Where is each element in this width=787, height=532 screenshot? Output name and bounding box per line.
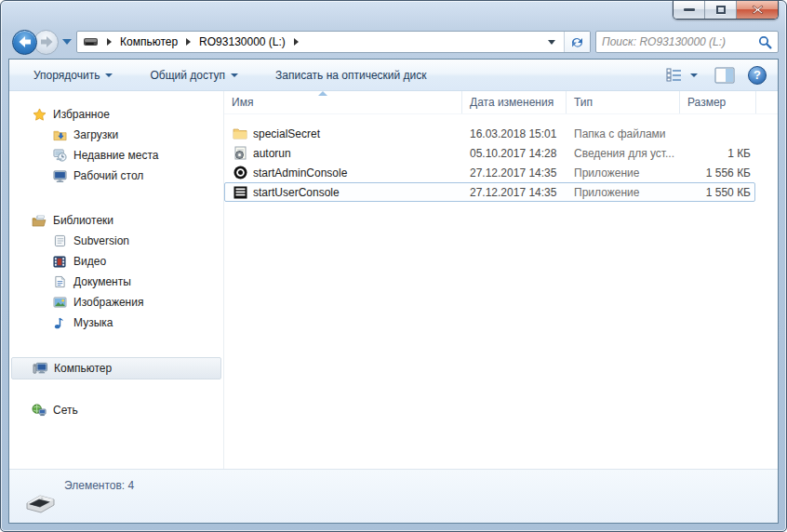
sidebar-item-music[interactable]: Музыка <box>11 313 221 333</box>
file-row-startUserConsole[interactable]: startUserConsole 27.12.2017 14:35 Прилож… <box>224 182 755 202</box>
chevron-down-icon <box>105 73 113 77</box>
file-date: 27.12.2017 14:35 <box>462 186 567 199</box>
file-size: 1 556 КБ <box>680 166 754 180</box>
sidebar-item-pictures[interactable]: Изображения <box>11 292 221 313</box>
breadcrumb-drive[interactable]: RO93130000 (L:) <box>198 33 287 50</box>
title-bar[interactable] <box>1 1 786 29</box>
search-box[interactable] <box>595 31 779 53</box>
command-bar: Упорядочить Общий доступ Записать на опт… <box>9 60 778 91</box>
sidebar-item-downloads[interactable]: Загрузки <box>11 125 221 145</box>
pictures-icon <box>52 295 67 310</box>
network-icon <box>32 403 47 418</box>
file-row-specialSecret[interactable]: specialSecret 16.03.2018 15:01 Папка с ф… <box>224 124 755 143</box>
downloads-icon <box>52 127 67 142</box>
computer-icon <box>33 361 47 376</box>
sidebar-item-label: Библиотеки <box>53 214 113 227</box>
caption-button-group <box>673 1 779 20</box>
main-area: Избранное Загрузки Недавние места <box>9 91 778 469</box>
sidebar-item-network[interactable]: Сеть <box>11 400 221 420</box>
file-list-pane: Имя Дата изменения Тип Размер specialSec… <box>224 91 778 469</box>
desktop-icon <box>52 168 67 183</box>
sidebar-item-recent-places[interactable]: Недавние места <box>11 145 221 166</box>
file-row-autorun[interactable]: autorun 05.10.2017 14:28 Сведения для ус… <box>224 143 755 163</box>
maximize-icon <box>716 6 726 14</box>
libraries-icon <box>32 213 47 228</box>
breadcrumb-computer[interactable]: Компьютер <box>119 33 179 50</box>
sidebar-item-libraries[interactable]: Библиотеки <box>11 210 221 231</box>
documents-icon <box>52 274 67 289</box>
organize-button[interactable]: Упорядочить <box>26 65 120 86</box>
share-button[interactable]: Общий доступ <box>142 65 246 86</box>
maximize-button[interactable] <box>705 1 737 19</box>
help-button[interactable]: ? <box>748 66 767 85</box>
client-area: Упорядочить Общий доступ Записать на опт… <box>8 59 779 524</box>
chevron-down-icon <box>231 73 238 77</box>
organize-label: Упорядочить <box>33 69 100 82</box>
sidebar-spacer <box>9 379 223 400</box>
command-bar-right: ? <box>662 65 767 85</box>
removable-drive-icon <box>23 490 57 521</box>
change-view-button[interactable] <box>662 65 701 85</box>
star-icon <box>32 107 47 122</box>
file-type: Сведения для уст... <box>567 147 680 160</box>
app-console-icon <box>233 185 247 200</box>
address-bar[interactable]: Компьютер RO93130000 (L:) <box>76 31 591 53</box>
sidebar-item-label: Загрузки <box>73 128 118 141</box>
back-arrow-icon <box>19 36 32 47</box>
sidebar-spacer <box>9 337 223 357</box>
sidebar-item-label: Избранное <box>53 108 110 121</box>
items-count-label: Элементов: 4 <box>64 479 134 492</box>
burn-label: Записать на оптический диск <box>275 69 427 82</box>
burn-to-disc-button[interactable]: Записать на оптический диск <box>268 65 434 86</box>
minimize-button[interactable] <box>674 1 705 19</box>
sidebar-item-label: Рабочий стол <box>73 169 143 182</box>
search-input[interactable] <box>602 35 758 48</box>
back-button[interactable] <box>12 30 37 55</box>
breadcrumb-separator-icon <box>186 38 191 46</box>
file-size: 1 550 КБ <box>680 186 754 199</box>
forward-button[interactable] <box>33 30 59 55</box>
forward-arrow-icon <box>40 36 53 47</box>
explorer-window: Компьютер RO93130000 (L:) <box>0 0 787 532</box>
sidebar-item-label: Документы <box>73 275 131 288</box>
refresh-button[interactable] <box>564 32 590 52</box>
share-label: Общий доступ <box>150 69 225 82</box>
file-name: autorun <box>253 147 291 160</box>
libraries-section: Библиотеки Subversion Видео <box>9 210 223 333</box>
details-pane: Элементов: 4 <box>9 469 778 523</box>
column-header-date[interactable]: Дата изменения <box>462 91 567 113</box>
sidebar-item-label: Компьютер <box>54 362 112 375</box>
file-type: Приложение <box>567 186 680 199</box>
recent-places-icon <box>52 148 67 163</box>
sidebar-item-subversion[interactable]: Subversion <box>11 231 221 251</box>
search-icon[interactable] <box>758 35 772 49</box>
column-header-name[interactable]: Имя <box>224 91 462 113</box>
close-icon <box>752 5 764 15</box>
sidebar-item-favorites[interactable]: Избранное <box>11 104 221 125</box>
sidebar-item-videos[interactable]: Видео <box>11 251 221 272</box>
sidebar-item-label: Недавние места <box>73 149 158 162</box>
refresh-icon <box>570 36 584 48</box>
sort-ascending-icon <box>318 91 327 96</box>
file-date: 27.12.2017 14:35 <box>462 166 567 180</box>
file-size: 1 КБ <box>680 147 754 160</box>
column-header-size[interactable]: Размер <box>680 91 756 113</box>
favorites-section: Избранное Загрузки Недавние места <box>9 104 223 186</box>
address-dropdown-icon[interactable] <box>548 40 555 45</box>
file-row-startAdminConsole[interactable]: startAdminConsole 27.12.2017 14:35 Прило… <box>224 163 755 182</box>
breadcrumb-separator-icon <box>107 38 112 46</box>
file-rows: specialSecret 16.03.2018 15:01 Папка с ф… <box>224 114 778 202</box>
subversion-icon <box>52 233 67 248</box>
preview-pane-button[interactable] <box>714 67 735 84</box>
sidebar-item-documents[interactable]: Документы <box>11 272 221 292</box>
file-type: Папка с файлами <box>567 127 680 140</box>
column-header-type[interactable]: Тип <box>567 91 680 113</box>
folder-icon <box>233 126 247 141</box>
drive-icon <box>83 36 100 47</box>
navigation-bar: Компьютер RO93130000 (L:) <box>1 29 786 59</box>
sidebar-item-computer[interactable]: Компьютер <box>11 357 221 379</box>
file-date: 05.10.2017 14:28 <box>462 147 567 160</box>
recent-pages-dropdown[interactable] <box>62 39 72 45</box>
close-button[interactable] <box>737 1 778 19</box>
sidebar-item-desktop[interactable]: Рабочий стол <box>11 166 221 186</box>
